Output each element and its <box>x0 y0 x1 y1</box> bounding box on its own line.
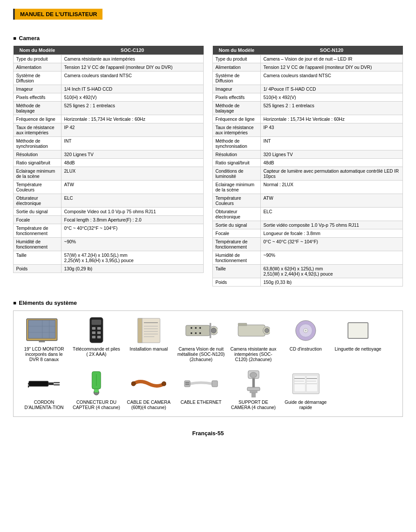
table-row: Sortie du signalSortie vidéo composite 1… <box>213 221 403 229</box>
spec-label: Sortie du signal <box>213 221 261 229</box>
svg-rect-26 <box>186 325 210 336</box>
spec-label: Taux de résistance aux intempéries <box>14 123 61 137</box>
table-row: Humidité de fonctionnement~90% <box>213 251 403 265</box>
spec-value: INT <box>261 137 403 150</box>
table-row: Taille63,8(W) x 62(H) x 125(L) mm 2,51(W… <box>213 265 403 278</box>
camera-night-icon <box>181 317 221 344</box>
svg-rect-58 <box>185 384 189 385</box>
list-item: 19" LCD MONITOR incorporés dans le DVR 8… <box>20 317 68 362</box>
element-label: Linguette de nettoyage <box>335 346 382 351</box>
table-row: Méthode de balayage525 lignes 2 : 1 entr… <box>14 102 204 115</box>
svg-rect-51 <box>94 389 99 392</box>
svg-point-28 <box>211 328 216 333</box>
table-row: Conditions de luminositéCapteur de lumiè… <box>213 167 403 181</box>
table-row: Résolution320 Lignes TV <box>14 150 204 159</box>
element-label: Guide de démarrage rapide <box>282 399 330 410</box>
svg-rect-63 <box>250 391 257 393</box>
spec-value: IP 42 <box>61 123 204 137</box>
elements-section-title: Eléments du système <box>13 300 403 306</box>
list-item: Installation manual <box>125 317 173 362</box>
list-item: Télécommande et piles ( 2X AAA) <box>72 317 120 362</box>
guide-icon <box>286 371 325 397</box>
spec-label: Obturateur électronique <box>14 194 61 208</box>
spec-label: Fréquence de ligne <box>14 115 61 123</box>
table-row: Pixels effectifs510(H) x 492(V) <box>213 93 403 102</box>
svg-rect-29 <box>210 323 211 338</box>
table-row: Taille57(W) x 47.2(H) x 100.5(L) mm 2,25… <box>14 251 204 265</box>
element-label: Camera résistante aux intempéries (SOC-C… <box>229 346 277 362</box>
svg-rect-61 <box>252 379 255 387</box>
spec-label: Ratio signal/bruit <box>213 159 261 167</box>
spec-value: 57(W) x 47.2(H) x 100.5(L) mm 2,25(W) x … <box>61 251 204 265</box>
table-row: Fréquence de ligneHorizontale : 15,734 H… <box>14 115 204 123</box>
camera-cable-icon <box>129 371 168 397</box>
list-item: Camera résistante aux intempéries (SOC-C… <box>229 317 277 362</box>
element-label: Installation manual <box>130 346 168 351</box>
list-item: Camera Vision de nuit métallisée (SOC-N1… <box>177 317 225 362</box>
spec-value: 1/4 Inch IT S-HAD CCD <box>61 85 204 93</box>
spec-value: 48dB <box>61 159 204 167</box>
list-item: CABLE DE CAMERA (60ft)(4 chacune) <box>125 371 173 410</box>
table-row: Sortie du signalComposite Video out 1.0 … <box>14 208 204 216</box>
spec-label: Taux de résistance aux intempéries <box>213 123 261 137</box>
spec-label: Humidité de fonctionnement <box>213 251 261 265</box>
list-item: CABLE ETHERNET <box>177 371 225 410</box>
spec-value: Tension 12 V CC de l'appareil (moniteur … <box>261 63 403 72</box>
svg-rect-47 <box>54 382 60 383</box>
table-row: Système de DiffusionCamera couleurs stan… <box>14 72 204 85</box>
spec-label: Méthode de synchronisation <box>14 137 61 150</box>
element-label: CORDON D'ALIMENTA-TION <box>20 399 68 410</box>
elements-section: 19" LCD MONITOR incorporés dans le DVR 8… <box>13 310 403 417</box>
svg-rect-19 <box>138 318 142 343</box>
camera-section: Nom du Modèle SOC-C120 Type du produitCa… <box>13 46 403 286</box>
svg-rect-15 <box>97 336 101 338</box>
spec-value: Camera couleurs standard NTSC <box>261 72 403 85</box>
svg-rect-36 <box>238 325 265 336</box>
svg-rect-48 <box>54 384 60 385</box>
spec-value: IP 43 <box>261 123 403 137</box>
spec-label: Température de fonctionnement <box>213 238 261 251</box>
spec-label: Alimentation <box>14 63 61 72</box>
svg-point-33 <box>191 332 192 334</box>
spec-value: 0°C ~ 40°C (32°F ~ 104°F) <box>261 238 403 251</box>
element-label: CABLE DE CAMERA (60ft)(4 chacune) <box>125 399 173 410</box>
svg-point-31 <box>195 327 197 329</box>
spec-value: 2LUX <box>61 167 204 181</box>
spec-label: Focale <box>213 229 261 238</box>
spec-label: Ratio signal/bruit <box>14 159 61 167</box>
spec-value: Camera résistante aux intempéries <box>61 55 204 63</box>
spec-value: ~90% <box>61 238 204 251</box>
spec-label: Type du produit <box>213 55 261 63</box>
spec-value: Normal : 2LUX <box>261 181 403 194</box>
table-row: Méthode de synchronisationINT <box>213 137 403 150</box>
elements-row2: CORDON D'ALIMENTA-TION CONNECTEUR DU CAP… <box>20 371 396 410</box>
svg-rect-46 <box>48 382 54 385</box>
spec-label: Poids <box>213 278 261 286</box>
spec-label: Fréquence de ligne <box>213 115 261 123</box>
element-label: Camera Vision de nuit métallisée (SOC-N1… <box>177 346 225 362</box>
spec-value: Sortie vidéo composite 1.0 Vp-p 75 ohms … <box>261 221 403 229</box>
spec-value: Camera – Vision de jour et de nuit – LED… <box>261 55 403 63</box>
svg-point-38 <box>265 328 269 333</box>
camera-table-right: Nom du Modèle SOC-N120 Type du produitCa… <box>212 46 403 286</box>
table-row: Température CouleursATW <box>213 194 403 208</box>
camera-table-left: Nom du Modèle SOC-C120 Type du produitCa… <box>13 46 204 286</box>
spec-value: Longueur de focale : 3.8mm <box>261 229 403 238</box>
list-item: CD d'instruction <box>282 317 330 362</box>
spec-label: Système de Diffusion <box>14 72 61 85</box>
spec-label: Imageur <box>213 85 261 93</box>
spec-label: Température Couleurs <box>213 194 261 208</box>
bracket-icon <box>234 371 273 397</box>
spec-value: 320 Lignes TV <box>61 150 204 159</box>
spec-label: Focale <box>14 216 61 224</box>
page-footer: Français-55 <box>13 426 403 437</box>
spec-label: Méthode de balayage <box>14 102 61 115</box>
card-icon <box>338 317 378 344</box>
spec-label: Humidité de fonctionnement <box>14 238 61 251</box>
spec-value: 510(H) x 492(V) <box>61 93 204 102</box>
svg-point-43 <box>305 330 307 331</box>
table-row: Méthode de synchronisationINT <box>14 137 204 150</box>
spec-value: ELC <box>261 208 403 221</box>
table-row: AlimentationTension 12 V CC de l'apparei… <box>14 63 204 72</box>
left-model-value: SOC-C120 <box>61 46 204 55</box>
